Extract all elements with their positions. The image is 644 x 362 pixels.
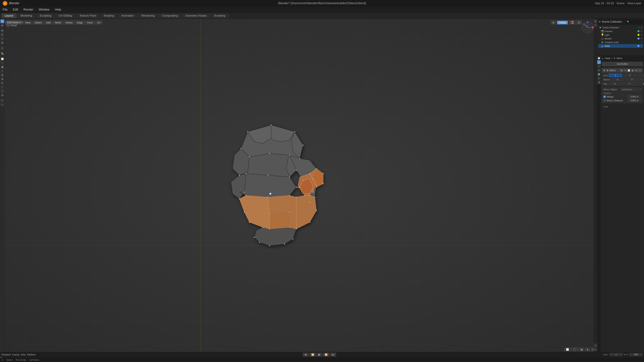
tool-move[interactable]: ✥ [0, 29, 4, 32]
flip-z-btn[interactable]: Z [637, 82, 644, 85]
merge-checkbox[interactable]: ✓ [604, 95, 606, 98]
menu-file[interactable]: File [0, 7, 10, 13]
tab-shading[interactable]: Shading [100, 13, 118, 18]
tab-compositing[interactable]: Compositing [159, 13, 181, 18]
menu-help[interactable]: Help [52, 7, 64, 13]
tab-texture-paint[interactable]: Texture Paint [76, 13, 100, 18]
modifier-expand-icon[interactable]: ⊞ [635, 69, 638, 72]
mirror-object-expand[interactable]: ▾ [640, 88, 641, 90]
mesh-menu[interactable]: Mesh [53, 21, 63, 24]
outliner-search[interactable] [626, 20, 642, 23]
view-menu[interactable]: View [23, 21, 32, 24]
tab-layout[interactable]: Layout [1, 13, 16, 18]
add-modifier-button[interactable]: Add Modifier [602, 62, 643, 66]
prop-tab-physics[interactable]: ⊛ [597, 68, 601, 72]
bisect-x-btn[interactable]: X [611, 78, 624, 81]
edge-menu[interactable]: Edge [75, 21, 85, 24]
tool-select[interactable]: ↖ [0, 19, 4, 23]
bisect-dist-value[interactable]: 0.001 m [628, 99, 641, 102]
outliner-item-scene-collection[interactable]: ▼ Scene Collection 👁 🖨 [598, 26, 643, 29]
tool-add-cube[interactable]: ⬜ [0, 57, 4, 61]
tool-knife[interactable]: ✂ [0, 98, 4, 102]
prop-tab-modifier[interactable]: 🔧 [597, 60, 601, 64]
modifier-collapse-icon[interactable]: ▼ [603, 69, 606, 72]
prop-tab-particles[interactable]: ∿ [597, 64, 601, 68]
timeline-markers-label[interactable]: Markers [27, 353, 36, 356]
tab-sculpting[interactable]: Sculpting [36, 13, 55, 18]
prop-tab-world[interactable]: ⬡ [597, 76, 601, 80]
start-frame-value[interactable]: 1 [609, 353, 623, 356]
outliner-item-model1[interactable]: △ Model1 👁 [598, 37, 643, 40]
prev-frame-btn[interactable]: ⏪ [310, 353, 316, 357]
mirror-object-picker[interactable]: eyedropper [621, 88, 639, 91]
flip-x-btn[interactable]: X [608, 82, 622, 85]
modifier-camera-icon[interactable]: 📷 [620, 69, 623, 72]
tab-rendering[interactable]: Rendering [138, 13, 158, 18]
pivot-point[interactable]: ◎ [550, 20, 556, 24]
wireframe-mode[interactable]: ⬜ [564, 348, 571, 351]
merge-value[interactable]: 0.001 m [628, 95, 641, 98]
select-menu[interactable]: Select [33, 21, 44, 24]
tool-bisect[interactable]: — [0, 103, 4, 106]
flip-y-btn[interactable]: Y [623, 82, 636, 85]
tab-geometry-nodes[interactable]: Geometry Nodes [182, 13, 210, 18]
tool-extrude[interactable]: ↑ [0, 61, 4, 65]
face-menu[interactable]: Face [85, 21, 94, 24]
outliner-item-head[interactable]: △ Head 👁 [598, 44, 643, 48]
tool-inset[interactable]: ▣ [0, 65, 4, 69]
tool-shrink-fatten[interactable]: ◎ [0, 93, 4, 97]
proportional-edit[interactable]: ◎ [576, 20, 582, 24]
tool-cursor[interactable]: ⊕ [0, 23, 4, 27]
snap-toggle[interactable]: 🧲 [568, 20, 576, 24]
tool-bevel[interactable]: ⌐ [0, 69, 4, 73]
add-menu[interactable]: Add [44, 21, 52, 24]
modifier-display-icon[interactable]: ▣ [631, 69, 634, 72]
viewport-3d[interactable]: User Perspective (1) Head X Y Z Edit Mod… [5, 19, 597, 352]
mode-selector[interactable]: Edit Mode ▾ [5, 20, 22, 24]
bisect-z-btn[interactable]: Z [640, 78, 644, 81]
tool-rotate[interactable]: ↻ [0, 33, 4, 36]
timeline-playback-label[interactable]: Playback [1, 353, 11, 356]
tab-animation[interactable]: Animation [118, 13, 138, 18]
menu-render[interactable]: Render [21, 7, 36, 13]
menu-window[interactable]: Window [36, 7, 52, 13]
modifier-render-icon[interactable]: ⬜ [628, 69, 630, 72]
tool-measure[interactable]: 📏 [0, 52, 4, 55]
vertex-menu[interactable]: Vertex [64, 21, 74, 24]
tab-uv-editing[interactable]: UV Editing [55, 13, 76, 18]
modifier-delete-icon[interactable]: ✕ [638, 69, 642, 72]
data-label-row[interactable]: Data [602, 105, 643, 108]
material-mode[interactable]: ◑ [578, 348, 584, 351]
end-frame-value[interactable]: 250 [629, 353, 643, 356]
sidebar-toggle[interactable]: N [594, 19, 598, 23]
axis-z-btn[interactable]: Z [638, 74, 644, 77]
prop-tab-object[interactable]: ⬜ [597, 56, 601, 60]
menu-edit[interactable]: Edit [10, 7, 21, 13]
tab-modeling[interactable]: Modeling [17, 13, 36, 18]
jump-end-btn[interactable]: ⏭ [330, 353, 336, 357]
rendered-mode[interactable]: ● [585, 348, 590, 351]
navigation-gizmo[interactable]: X Y Z [581, 21, 594, 34]
timeline-view-label[interactable]: View [21, 353, 26, 356]
prop-tab-material[interactable]: ◑ [597, 80, 601, 84]
next-frame-btn[interactable]: ⏩ [323, 353, 330, 357]
toolbar-toggle[interactable]: T [594, 23, 598, 27]
bisect-y-btn[interactable]: Y [625, 78, 639, 81]
uv-menu[interactable]: UV [95, 21, 102, 24]
tool-poly-build[interactable]: ◈ [0, 77, 4, 81]
outliner-item-armature[interactable]: ⊕ Armature (old) 👁 [598, 40, 643, 44]
bisect-dist-checkbox[interactable] [604, 99, 606, 102]
zoom-in-btn[interactable]: + [594, 344, 598, 347]
solid-mode[interactable]: ⬛ [572, 348, 578, 351]
transform-orientation[interactable]: Global [557, 21, 568, 24]
axis-x-btn[interactable]: X [609, 74, 622, 77]
tool-spin[interactable]: ⟳ [0, 81, 4, 85]
jump-start-btn[interactable]: ⏮ [303, 353, 309, 357]
zoom-out-btn[interactable]: − [594, 348, 598, 351]
play-btn[interactable]: ▶ [317, 353, 322, 357]
tool-loop-cut[interactable]: ⊟ [0, 73, 4, 77]
timeline-keying-label[interactable]: Keying [12, 353, 20, 356]
tool-smooth[interactable]: ~ [0, 85, 4, 89]
tool-annotate[interactable]: ✏ [0, 46, 4, 50]
tool-edge-slide[interactable]: ⊣ [0, 89, 4, 93]
